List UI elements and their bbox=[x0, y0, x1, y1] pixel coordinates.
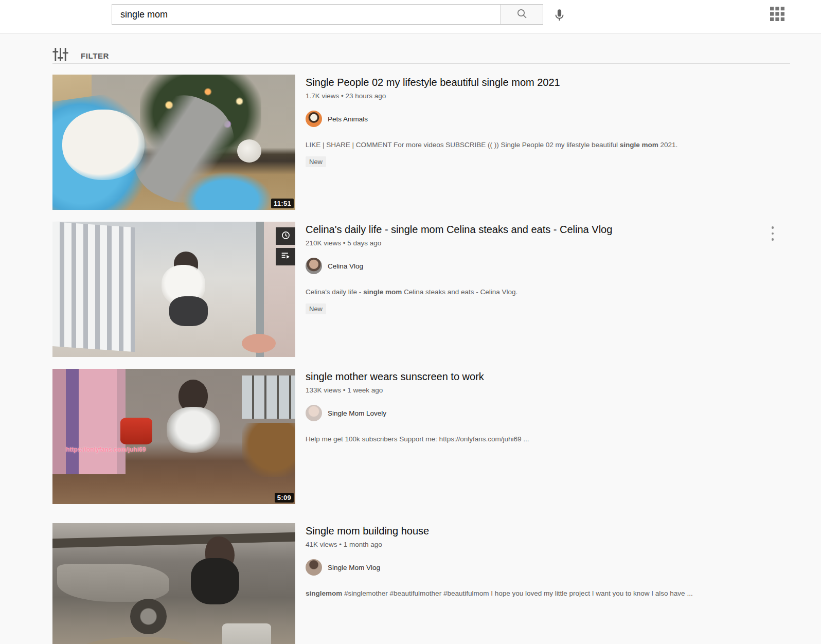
thumbnail-art bbox=[130, 599, 167, 634]
video-result-row: Celina's daily life - single mom Celina … bbox=[52, 222, 790, 357]
video-description: singlemom #singlemother #beautifulmother… bbox=[306, 587, 771, 599]
thumbnail-art bbox=[52, 369, 126, 474]
channel-avatar bbox=[306, 405, 322, 421]
new-badge: New bbox=[306, 156, 326, 167]
video-info: single mother wears sunscreen to work 13… bbox=[306, 369, 790, 504]
video-description: Help me get 100k subscribers Support me:… bbox=[306, 433, 771, 445]
video-result-row: Single mom building house 41K views • 1 … bbox=[52, 523, 790, 644]
apps-grid-icon bbox=[770, 15, 784, 23]
channel-name: Single Mom Vlog bbox=[328, 564, 380, 571]
channel-link[interactable]: Pets Animals bbox=[306, 111, 368, 127]
filter-divider bbox=[52, 63, 790, 64]
video-duration-badge: 11:51 bbox=[271, 199, 294, 208]
kebab-menu-icon bbox=[772, 238, 774, 241]
thumbnail-art bbox=[191, 558, 239, 604]
search-button[interactable] bbox=[501, 4, 543, 25]
video-title[interactable]: Single mom building house bbox=[306, 524, 790, 538]
microphone-icon bbox=[552, 8, 566, 24]
watch-later-button[interactable] bbox=[276, 227, 295, 245]
video-description: Celina's daily life - single mom Celina … bbox=[306, 286, 771, 298]
video-duration-badge: 5:09 bbox=[275, 493, 294, 503]
channel-name: Celina Vlog bbox=[328, 262, 363, 270]
thumbnail-watermark-text: https://onlyfans.com/juhi69 bbox=[66, 446, 146, 453]
results-list: 11:51 Single People 02 my lifestyle beau… bbox=[52, 75, 790, 644]
filter-label: FILTER bbox=[81, 51, 109, 60]
channel-name: Single Mom Lovely bbox=[328, 409, 386, 417]
video-thumbnail[interactable] bbox=[52, 222, 295, 357]
channel-avatar bbox=[306, 559, 322, 576]
video-thumbnail[interactable]: https://onlyfans.com/juhi69 5:09 bbox=[52, 369, 295, 504]
thumbnail-art bbox=[52, 532, 295, 548]
kebab-menu-icon bbox=[772, 226, 774, 229]
video-meta: 41K views • 1 month ago bbox=[306, 541, 790, 548]
thumbnail-art bbox=[222, 623, 271, 644]
thumbnail-art bbox=[167, 407, 220, 453]
add-to-queue-button[interactable] bbox=[276, 248, 295, 265]
channel-link[interactable]: Single Mom Vlog bbox=[306, 559, 380, 576]
new-badge: New bbox=[306, 303, 326, 314]
video-meta: 210K views • 5 days ago bbox=[306, 239, 790, 247]
search-form bbox=[112, 4, 543, 25]
clock-icon bbox=[280, 230, 291, 242]
thumbnail-art bbox=[237, 139, 261, 163]
thumbnail-hover-actions bbox=[276, 227, 295, 265]
video-thumbnail[interactable] bbox=[52, 523, 295, 644]
search-results-page: FILTER 11:51 Single People 02 my lifesty… bbox=[0, 34, 821, 644]
filter-tune-icon bbox=[52, 47, 68, 64]
video-meta: 1.7K views • 23 hours ago bbox=[306, 92, 790, 100]
video-thumbnail[interactable]: 11:51 bbox=[52, 75, 295, 210]
apps-grid-button[interactable] bbox=[770, 7, 785, 22]
kebab-menu-icon bbox=[772, 232, 774, 235]
channel-avatar bbox=[306, 258, 322, 274]
video-info: Celina's daily life - single mom Celina … bbox=[306, 222, 790, 357]
channel-link[interactable]: Single Mom Lovely bbox=[306, 405, 386, 421]
video-meta: 133K views • 1 week ago bbox=[306, 386, 790, 394]
video-result-row: https://onlyfans.com/juhi69 5:09 single … bbox=[52, 369, 790, 504]
video-title[interactable]: Celina's daily life - single mom Celina … bbox=[306, 223, 790, 237]
video-options-menu-button[interactable] bbox=[766, 225, 779, 242]
voice-search-button[interactable] bbox=[551, 7, 567, 25]
search-icon bbox=[516, 8, 528, 22]
thumbnail-art bbox=[242, 375, 295, 419]
video-info: Single People 02 my lifestyle beautiful … bbox=[306, 75, 790, 210]
channel-avatar bbox=[306, 111, 322, 127]
thumbnail-art bbox=[82, 637, 199, 644]
thumbnail-art bbox=[57, 564, 169, 602]
search-input[interactable] bbox=[112, 4, 501, 25]
video-description: LIKE | SHARE | COMMENT For more videos S… bbox=[306, 139, 771, 151]
video-title[interactable]: single mother wears sunscreen to work bbox=[306, 370, 790, 384]
thumbnail-art bbox=[242, 334, 276, 353]
top-search-header bbox=[0, 0, 821, 34]
thumbnail-art bbox=[169, 296, 208, 326]
thumbnail-art bbox=[52, 222, 135, 352]
channel-link[interactable]: Celina Vlog bbox=[306, 258, 363, 274]
thumbnail-art bbox=[120, 418, 152, 445]
thumbnail-art bbox=[62, 110, 145, 180]
channel-name: Pets Animals bbox=[328, 115, 368, 123]
video-result-row: 11:51 Single People 02 my lifestyle beau… bbox=[52, 75, 790, 210]
thumbnail-art bbox=[242, 423, 295, 477]
filter-button[interactable]: FILTER bbox=[52, 34, 150, 63]
playlist-queue-icon bbox=[280, 251, 291, 263]
video-info: Single mom building house 41K views • 1 … bbox=[306, 523, 790, 644]
video-title[interactable]: Single People 02 my lifestyle beautiful … bbox=[306, 76, 790, 90]
